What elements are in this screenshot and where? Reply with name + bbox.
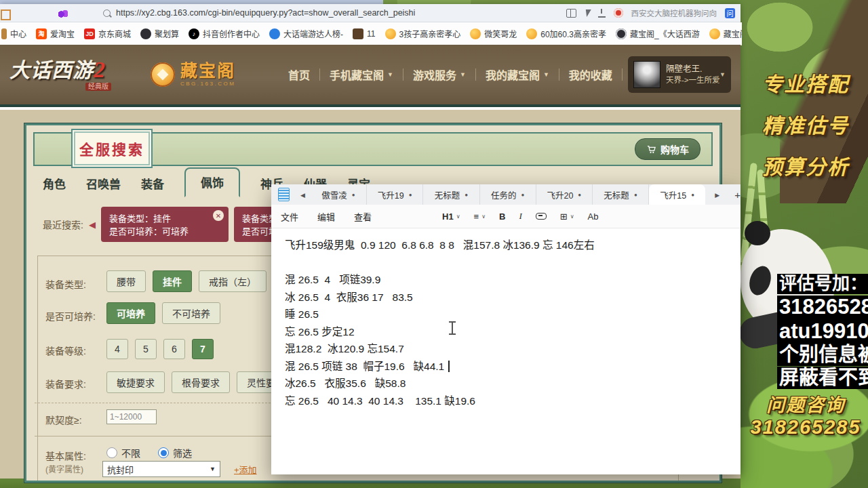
nav-home[interactable]: 首页 [279, 66, 319, 83]
bookmark-item[interactable]: 聚划算 [140, 28, 179, 39]
bookmark-item[interactable]: 微笑哥龙 [470, 28, 517, 39]
tab-scroll-right-icon[interactable]: ▶ [715, 192, 719, 199]
bookmark-item[interactable]: 藏宝阁_《大话西游 [616, 28, 700, 39]
level-7-button[interactable]: 7 [192, 339, 214, 359]
cultivable-yes-button[interactable]: 可培养 [106, 302, 155, 324]
tab-scroll-left-icon[interactable]: ◀ [300, 192, 305, 199]
chevron-down-icon: ∨ [570, 214, 574, 220]
nav-my-cbg[interactable]: 我的藏宝阁▼ [476, 66, 559, 83]
italic-button[interactable]: I [519, 211, 521, 222]
recent-search-card[interactable]: 装备类型：挂件 是否可培养：可培养 ✕ [101, 207, 229, 242]
link-button[interactable] [536, 213, 547, 220]
extension-purple-icon[interactable] [58, 10, 68, 18]
bookmark-item[interactable]: 大话端游达人榜- [269, 28, 343, 39]
radio-filter[interactable]: 筛选 [158, 446, 192, 460]
scroll-left-icon[interactable]: ◀ [89, 220, 96, 230]
nav-game-services[interactable]: 游戏服务▼ [403, 66, 475, 83]
heading-button[interactable]: H1∨ [442, 211, 460, 222]
notepad-tab[interactable]: 任务的● [480, 184, 536, 205]
radio-unlimited[interactable]: 不限 [106, 446, 140, 460]
bold-button[interactable]: B [499, 211, 505, 222]
extension-blue-icon[interactable]: 问 [725, 8, 735, 18]
notepad-window: ◀ 傲雪凌● 飞升19● 无标题● 任务的● 飞升20● 无标题● 飞升15● … [271, 184, 741, 474]
unsaved-dot-icon: ● [465, 192, 468, 198]
close-icon[interactable]: ✕ [213, 210, 224, 221]
basic-attr-radios: 不限 筛选 [106, 446, 192, 460]
new-tab-icon[interactable]: + [734, 189, 741, 201]
user-account-box[interactable]: 隔壁老王. 天界->一生所爱 ▼ [628, 56, 731, 93]
chevron-down-icon: ▼ [387, 71, 393, 78]
unsaved-dot-icon: ● [634, 192, 637, 198]
menu-view[interactable]: 查看 [344, 210, 381, 223]
notepad-tab[interactable]: 飞升20● [536, 184, 593, 205]
bookmark-favicon [1, 28, 7, 39]
type-ring-left-button[interactable]: 戒指（左） [199, 270, 267, 292]
cbg-logo[interactable]: 藏宝阁 CBG.163.COM [151, 62, 262, 87]
tab-title: 飞升15 [660, 188, 686, 201]
tab-title: 飞升19 [378, 188, 404, 201]
level-4-button[interactable]: 4 [106, 339, 128, 359]
bookmark-label: 藏宝阁_《大话西游 [630, 28, 700, 39]
notepad-tab[interactable]: 无标题● [423, 184, 479, 205]
notepad-tab[interactable]: 傲雪凌● [311, 184, 367, 205]
cultivable-no-button[interactable]: 不可培养 [162, 302, 220, 324]
menu-file[interactable]: 文件 [271, 210, 308, 223]
req-agility-button[interactable]: 敏捷要求 [106, 371, 165, 393]
notepad-app-icon [278, 188, 290, 201]
extension-red-icon[interactable] [614, 8, 623, 18]
notepad-text-area[interactable]: 飞升159级男鬼 0.9 120 6.8 6.8 8 8 混157.8 冰136… [271, 228, 741, 474]
bookmark-item[interactable]: JD京东商城 [84, 28, 131, 39]
level-6-button[interactable]: 6 [163, 339, 185, 359]
bookmark-favicon [353, 28, 363, 39]
url-input[interactable]: https://xy2.cbg.163.com/cgi-bin/equipque… [116, 8, 415, 18]
nav-divider [622, 68, 623, 81]
nav-label: 游戏服务 [413, 66, 456, 83]
attr-select-dropdown[interactable]: 抗封印 ▼ [102, 461, 220, 477]
add-attribute-link[interactable]: +添加 [234, 463, 257, 476]
type-pendant-button[interactable]: 挂件 [153, 270, 192, 292]
notepad-tab[interactable]: 飞升19● [367, 184, 423, 205]
notepad-tab[interactable]: 无标题● [593, 184, 649, 205]
download-icon[interactable] [598, 9, 606, 18]
type-belt-button[interactable]: 腰带 [106, 270, 146, 292]
bookmark-item[interactable]: 藏宝阁_《大话西游 [709, 28, 742, 39]
bookmark-item[interactable]: 淘爱淘宝 [36, 28, 75, 39]
tab-title: 无标题 [435, 188, 460, 201]
nav-mobile-cbg[interactable]: 手机藏宝阁▼ [320, 66, 403, 83]
text-line: 混128.2 冰120.9 忘154.7 [285, 340, 741, 358]
bookmark-item[interactable]: 3孩子高亲密孝心 [385, 28, 461, 39]
bookmark-item[interactable]: 60加60.3高亲密孝 [526, 28, 606, 39]
list-button[interactable]: ≡∨ [474, 211, 486, 222]
gold-badge-icon [470, 28, 481, 39]
dhxy2-logo[interactable]: 大话西游2 经典版 [9, 58, 138, 91]
bookmark-item[interactable]: ♪抖音创作者中心 [189, 28, 260, 39]
cbg-coin-icon [151, 62, 175, 87]
bookmark-item[interactable]: 11 [353, 28, 375, 39]
menu-edit[interactable]: 编辑 [308, 210, 344, 223]
reading-list-icon[interactable] [566, 9, 576, 18]
notepad-tab-active[interactable]: 飞升15● [649, 184, 705, 205]
logo-edition-badge: 经典版 [85, 83, 111, 91]
level-5-button[interactable]: 5 [135, 339, 157, 359]
cart-button[interactable]: 购物车 [635, 138, 701, 160]
flash-icon[interactable] [583, 9, 591, 17]
bookmark-label: 大话端游达人榜- [283, 28, 343, 39]
filter-basic-label: 基本属性: [45, 449, 86, 462]
bookmark-item[interactable]: 中心 [1, 28, 26, 39]
chevron-down-icon: ▼ [719, 71, 726, 78]
req-root-button[interactable]: 根骨要求 [172, 371, 230, 393]
chevron-down-icon: ▼ [210, 466, 216, 472]
tab-summon[interactable]: 召唤兽 [86, 175, 121, 196]
promo-text: 精准估号 [745, 109, 867, 139]
tab-accessory[interactable]: 佩饰 [184, 167, 240, 197]
contact-qq-number: 318265285 [777, 296, 868, 320]
nav-my-favorites[interactable]: 我的收藏 [559, 66, 622, 83]
tab-role[interactable]: 角色 [43, 175, 66, 196]
promo-text: 预算分析 [745, 150, 867, 180]
moqi-input[interactable] [106, 409, 157, 424]
user-name: 隔壁老王. [666, 65, 714, 74]
table-button[interactable]: ⊞∨ [560, 211, 574, 222]
tab-equipment[interactable]: 装备 [141, 175, 164, 196]
spellcheck-button[interactable]: Ab [587, 211, 598, 222]
chevron-down-icon: ▼ [460, 71, 466, 78]
